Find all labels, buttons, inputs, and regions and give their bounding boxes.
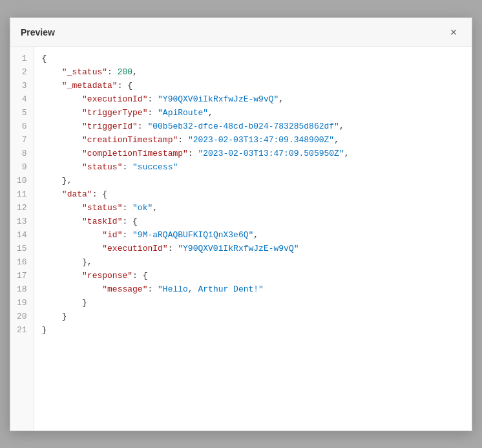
code-token: } xyxy=(42,325,47,335)
code-line: "creationTimestamp": "2023-02-03T13:47:0… xyxy=(42,134,464,147)
code-line: "_status": 200, xyxy=(42,66,464,80)
line-number: 7 xyxy=(10,134,34,147)
code-token: } xyxy=(62,312,67,321)
code-token: : xyxy=(122,162,132,172)
line-numbers: 123456789101112131415161718192021 xyxy=(10,47,34,431)
code-token: "00b5eb32-dfce-48cd-b024-783285d862df" xyxy=(147,122,339,131)
code-line: "_metadata": { xyxy=(42,80,464,93)
code-token: "id" xyxy=(102,230,122,240)
code-token: "completionTimestamp" xyxy=(82,149,188,158)
line-number: 17 xyxy=(10,270,34,283)
code-token xyxy=(42,203,82,213)
line-number: 15 xyxy=(10,242,34,256)
code-token: "executionId" xyxy=(102,244,167,253)
modal-title: Preview xyxy=(21,27,55,37)
code-token: , xyxy=(132,67,138,77)
code-token: "taskId" xyxy=(82,217,122,226)
line-number: 8 xyxy=(10,147,34,161)
code-token: : { xyxy=(92,189,107,199)
code-token: : xyxy=(147,284,158,294)
code-line: "completionTimestamp": "2023-02-03T13:47… xyxy=(42,147,464,161)
line-number: 5 xyxy=(10,107,34,120)
line-number: 19 xyxy=(10,297,34,310)
code-token: }, xyxy=(62,176,72,186)
code-lines: { "_status": 200, "_metadata": { "execut… xyxy=(34,47,472,431)
code-token: "status" xyxy=(82,203,122,213)
code-token: , xyxy=(344,149,350,158)
code-token: , xyxy=(253,230,258,240)
code-token: : { xyxy=(122,217,137,226)
code-token: "success" xyxy=(132,162,178,172)
preview-modal: Preview × 123456789101112131415161718192… xyxy=(10,17,472,431)
code-token: : xyxy=(122,203,132,213)
code-token: "triggerType" xyxy=(82,108,147,118)
code-token: : xyxy=(107,67,118,77)
code-line: "taskId": { xyxy=(42,215,464,229)
code-token xyxy=(42,149,82,158)
code-token xyxy=(42,94,82,104)
code-token xyxy=(42,108,82,118)
code-token xyxy=(42,257,82,267)
code-line: }, xyxy=(42,256,464,270)
code-token: , xyxy=(278,94,284,104)
code-token: : xyxy=(138,122,148,131)
code-token: { xyxy=(42,54,47,63)
code-token: : { xyxy=(118,81,132,91)
code-token: } xyxy=(82,298,87,308)
code-line: "response": { xyxy=(42,270,464,283)
line-number: 18 xyxy=(10,283,34,297)
code-token: "Y90QXV0iIkRxfwJzE-w9vQ" xyxy=(158,94,278,104)
code-token: "ApiRoute" xyxy=(158,108,208,118)
code-token: : xyxy=(122,230,132,240)
code-token: : xyxy=(178,135,188,145)
code-token: "_metadata" xyxy=(62,81,118,91)
code-token: "2023-02-03T13:47:09.505950Z" xyxy=(198,149,344,158)
code-token xyxy=(42,284,103,294)
code-token: : xyxy=(188,149,198,158)
close-button[interactable]: × xyxy=(446,25,461,40)
code-token xyxy=(42,162,82,172)
code-line: }, xyxy=(42,175,464,188)
code-token: "_status" xyxy=(62,67,107,77)
code-token xyxy=(42,81,62,91)
code-line: { xyxy=(42,52,464,66)
code-line: "message": "Hello, Arthur Dent!" xyxy=(42,283,464,297)
code-line: "executionId": "Y90QXV0iIkRxfwJzE-w9vQ" xyxy=(42,242,464,256)
code-line: "id": "9M-aRQAQBUFKIQ1QnX3e6Q", xyxy=(42,229,464,242)
code-token xyxy=(42,230,103,240)
code-line: "triggerId": "00b5eb32-dfce-48cd-b024-78… xyxy=(42,120,464,134)
code-line: "triggerType": "ApiRoute", xyxy=(42,107,464,120)
code-line: "status": "ok", xyxy=(42,202,464,215)
code-container[interactable]: 123456789101112131415161718192021 { "_st… xyxy=(10,47,472,431)
code-token xyxy=(42,217,82,226)
code-token: "response" xyxy=(82,271,132,281)
code-token: "data" xyxy=(62,189,92,199)
line-number: 21 xyxy=(10,324,34,337)
line-number: 20 xyxy=(10,310,34,324)
code-token xyxy=(42,122,82,131)
line-number: 14 xyxy=(10,229,34,242)
code-token: "Y90QXV0iIkRxfwJzE-w9vQ" xyxy=(178,244,299,253)
modal-header: Preview × xyxy=(10,18,472,47)
line-number: 6 xyxy=(10,120,34,134)
code-token: , xyxy=(208,108,213,118)
code-token xyxy=(42,298,82,308)
code-token: , xyxy=(152,203,158,213)
code-token: , xyxy=(339,122,344,131)
line-number: 12 xyxy=(10,202,34,215)
line-number: 9 xyxy=(10,161,34,175)
code-token: "executionId" xyxy=(82,94,147,104)
code-token: "message" xyxy=(102,284,147,294)
code-token xyxy=(42,176,62,186)
code-token: "Hello, Arthur Dent!" xyxy=(158,284,264,294)
code-line: } xyxy=(42,310,464,324)
code-line: } xyxy=(42,297,464,310)
code-token xyxy=(42,244,103,253)
code-token xyxy=(42,312,62,321)
code-token: , xyxy=(334,135,339,145)
code-token: "triggerId" xyxy=(82,122,138,131)
line-number: 11 xyxy=(10,188,34,202)
line-number: 13 xyxy=(10,215,34,229)
code-token: }, xyxy=(82,257,92,267)
code-token xyxy=(42,135,82,145)
